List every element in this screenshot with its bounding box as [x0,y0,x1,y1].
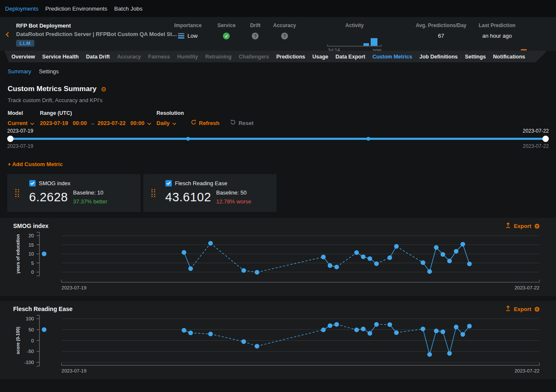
reset-button[interactable]: Reset [230,120,253,126]
tab-overview[interactable]: Overview [11,54,35,60]
stat-avg-predictions-value: 67 [416,33,467,39]
series-segment [397,246,423,262]
data-point [447,351,452,356]
slider-start-sublabel: 2023-07-19 [7,143,33,150]
stat-last-prediction-label: Last Prediction [479,22,516,28]
data-point [321,328,326,332]
slider-handle-left[interactable] [7,136,14,142]
metric-checkbox[interactable] [165,180,172,186]
tab-challengers: Challengers [239,54,269,60]
x-end-label: 2023-07-22 [514,285,539,290]
chevron-down-icon [147,120,151,126]
range-label: Range (UTC) [40,110,156,116]
tab-accuracy: Accuracy [117,54,141,60]
y-tick-label: -100 [24,360,34,365]
baseline-point [42,252,47,256]
metric-name: SMOG index [39,180,70,186]
data-point [368,256,372,261]
slider-handle-right[interactable] [542,136,549,142]
x-start-label: 2023-07-19 [61,285,87,290]
stat-drift-label: Drift [250,22,261,28]
chart-settings-gear-icon[interactable]: ⚙ [534,306,540,312]
page-title: Custom Metrics Summary [8,85,97,93]
model-dropdown[interactable]: Current [8,120,40,126]
stat-last-prediction: Last Prediction an hour ago [479,22,516,39]
chart-settings-gear-icon[interactable]: ⚙ [534,223,540,229]
metric-card-header: SMOG index [29,180,108,186]
importance-bars-icon [178,33,184,39]
data-point [441,252,445,257]
deployment-subtitle: DataRobot Prediction Server | RFPBot Cus… [16,31,177,37]
data-point [361,254,366,259]
series-segment [190,243,210,269]
data-point [421,260,425,265]
stat-importance-value: Low [187,33,198,39]
refresh-icon [191,120,196,126]
y-tick-label: 100 [26,316,34,321]
nav-item-deployments[interactable]: Deployments [5,6,39,12]
slider-track[interactable] [7,138,549,140]
y-tick-label: 0 [31,338,34,343]
data-point [421,327,425,331]
x-axis [61,280,539,282]
stat-avg-predictions: Avg. Predictions/Day 67 [416,22,467,39]
range-dropdown[interactable]: 2023-07-1900:00 → 2023-07-2200:00 [40,120,156,126]
tab-predictions[interactable]: Predictions [276,54,305,60]
stat-importance-label: Importance [174,22,202,28]
date-range-slider: 2023-07-19 2023-07-22 2023-07-19 2023-07… [7,128,549,150]
data-point [467,261,472,266]
metric-value: 43.6102 [165,190,211,204]
resolution-dropdown[interactable]: Daily [156,120,191,126]
metric-baseline: Baseline: 50 [216,188,251,197]
y-tick-label: 5 [31,261,34,266]
tab-service-health[interactable]: Service Health [42,54,79,60]
sub-tab-summary[interactable]: Summary [8,68,31,75]
stat-drift: Drift ? [250,22,261,39]
slider-end-label: 2023-07-22 [523,128,549,135]
tab-notifications[interactable]: Notifications [493,54,525,60]
drag-handle-icon[interactable] [15,189,19,197]
tab-custom-metrics[interactable]: Custom Metrics [372,54,412,60]
tab-retraining: Retraining [205,54,232,60]
add-custom-metric-button[interactable]: + Add Custom Metric [8,161,556,167]
nav-item-batch-jobs[interactable]: Batch Jobs [114,6,142,12]
chart-title: Flesch Reading Ease [13,306,73,312]
settings-gear-icon[interactable]: ⚙ [101,86,106,92]
stat-activity-label: Activity [327,22,383,28]
series-segment [257,257,324,272]
tab-fairness: Fairness [148,54,170,60]
export-button[interactable]: Export⚙ [506,222,540,229]
drag-handle-icon[interactable] [151,189,155,197]
chart-plot-smog-index: 20151050years of education2023-07-192023… [0,230,556,296]
tab-data-export[interactable]: Data Export [335,54,365,60]
metric-info: Baseline: 1037.37% better [73,188,107,206]
export-label: Export [514,306,531,312]
metric-baseline: Baseline: 10 [73,188,107,197]
deployment-identity: RFP Bot Deployment DataRobot Prediction … [16,22,177,47]
series-segment [443,332,450,353]
export-button[interactable]: Export⚙ [506,306,540,312]
export-label: Export [514,223,531,229]
data-point [441,329,445,334]
metric-checkbox[interactable] [29,180,36,186]
data-point [241,268,246,273]
slider-start-label: 2023-07-19 [7,128,33,135]
chart-panel-flesch-reading-ease: Flesch Reading EaseExport⚙100500-50-100s… [0,301,556,379]
metric-card-smog-index: SMOG index6.2628Baseline: 1037.37% bette… [7,174,140,212]
export-upload-icon [506,306,511,312]
series-segment [430,331,436,355]
tab-job-definitions[interactable]: Job Definitions [419,54,458,60]
slider-track-dot [186,137,190,141]
reset-icon [230,120,236,126]
baseline-point [42,327,47,332]
data-point [434,245,439,250]
back-icon[interactable] [6,31,9,39]
metric-name: Flesch Reading Ease [175,180,228,186]
nav-item-prediction-environments[interactable]: Prediction Environments [45,6,107,12]
refresh-button[interactable]: Refresh [191,120,219,126]
tab-settings[interactable]: Settings [465,54,486,60]
tab-data-drift[interactable]: Data Drift [86,54,110,60]
tab-usage[interactable]: Usage [313,54,329,60]
sub-tab-settings[interactable]: Settings [39,68,59,75]
data-point [374,322,379,327]
